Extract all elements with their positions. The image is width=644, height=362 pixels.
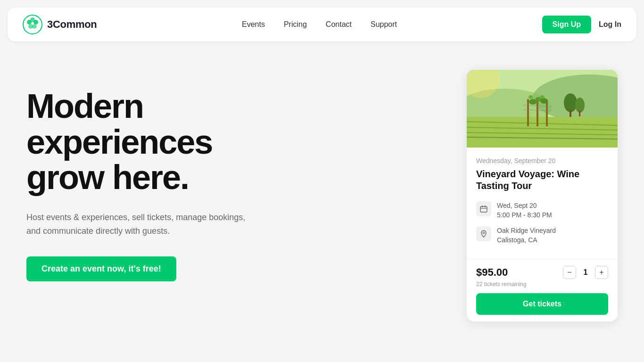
svg-point-5 [32, 24, 37, 29]
navbar: 3Common Events Pricing Contact Support S… [8, 8, 636, 41]
logo-text: 3Common [47, 18, 97, 31]
hero-heading: Modern experiences grow here. [26, 89, 290, 196]
decrement-button[interactable]: − [563, 266, 576, 279]
event-detail-location: Oak Ridge Vineyard Calistoga, CA [476, 226, 608, 245]
svg-point-23 [528, 95, 533, 99]
svg-point-25 [564, 93, 577, 112]
increment-button[interactable]: + [595, 266, 608, 279]
svg-point-22 [540, 98, 548, 104]
event-datetime-text: Wed, Sept 20 5:00 PM - 8:30 PM [497, 201, 552, 220]
svg-point-3 [33, 20, 38, 25]
calendar-icon [476, 201, 491, 216]
nav-link-support[interactable]: Support [371, 20, 397, 29]
svg-point-33 [483, 232, 485, 234]
logo[interactable]: 3Common [23, 15, 97, 34]
event-card-image [467, 70, 618, 148]
counter-value: 1 [582, 268, 589, 277]
svg-rect-29 [480, 206, 487, 212]
nav-link-contact[interactable]: Contact [326, 20, 352, 29]
hero-right: Wednesday, September 20 Vineyard Voyage:… [467, 70, 618, 321]
hero-subtext: Host events & experiences, sell tickets,… [26, 211, 253, 238]
svg-rect-26 [570, 110, 571, 117]
event-date-label: Wednesday, September 20 [476, 157, 608, 165]
logo-icon [23, 15, 42, 34]
event-card-footer: $95.00 − 1 + 22 tickets remaining Get ti… [467, 259, 618, 321]
location-icon [476, 226, 491, 241]
login-button[interactable]: Log In [599, 20, 621, 29]
event-card-body: Wednesday, September 20 Vineyard Voyage:… [467, 148, 618, 259]
event-title: Vineyard Voyage: Wine Tasting Tour [476, 168, 608, 192]
svg-point-27 [575, 98, 585, 113]
event-card: Wednesday, September 20 Vineyard Voyage:… [467, 70, 618, 321]
svg-rect-15 [537, 98, 538, 126]
nav-link-pricing[interactable]: Pricing [284, 20, 307, 29]
vineyard-image [467, 70, 618, 148]
cta-button[interactable]: Create an event now, it's free! [26, 256, 176, 281]
ticket-price: $95.00 [476, 266, 508, 279]
event-detail-datetime: Wed, Sept 20 5:00 PM - 8:30 PM [476, 201, 608, 220]
get-tickets-button[interactable]: Get tickets [476, 293, 608, 315]
nav-link-events[interactable]: Events [242, 20, 265, 29]
svg-rect-9 [467, 117, 618, 148]
hero-left: Modern experiences grow here. Host event… [26, 70, 290, 281]
svg-point-24 [540, 95, 545, 99]
signup-button[interactable]: Sign Up [542, 16, 591, 33]
svg-rect-17 [527, 99, 529, 126]
tickets-remaining: 22 tickets remaining [476, 281, 608, 288]
hero-section: Modern experiences grow here. Host event… [8, 60, 636, 321]
svg-rect-16 [546, 100, 548, 126]
ticket-counter: − 1 + [563, 266, 608, 279]
nav-links: Events Pricing Contact Support [242, 20, 397, 29]
svg-rect-28 [579, 111, 580, 116]
nav-actions: Sign Up Log In [542, 16, 621, 33]
ticket-row: $95.00 − 1 + [476, 266, 608, 279]
event-location-text: Oak Ridge Vineyard Calistoga, CA [497, 226, 556, 245]
